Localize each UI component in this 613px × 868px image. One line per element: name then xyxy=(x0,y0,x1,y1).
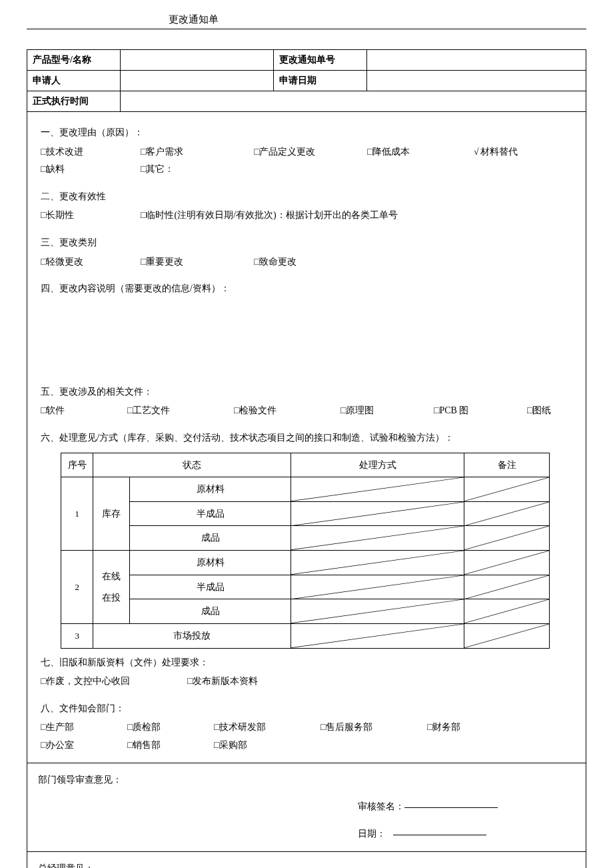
cb-product-def[interactable]: 产品定义更改 xyxy=(254,143,354,161)
cell-method-1b[interactable] xyxy=(291,501,464,526)
cb-fatal[interactable]: 致命更改 xyxy=(254,253,297,271)
section8-title: 八、文件知会部门： xyxy=(41,700,572,718)
cb-release-new[interactable]: 发布新版本资料 xyxy=(187,673,258,691)
field-product[interactable] xyxy=(121,50,274,71)
cell-remark-3[interactable] xyxy=(464,624,550,649)
cell-method-2c[interactable] xyxy=(291,599,464,624)
label-apply-date: 申请日期 xyxy=(274,71,367,91)
svg-line-3 xyxy=(464,502,549,526)
handling-table: 序号 状态 处理方式 备注 1 库存 原材料 半成品 xyxy=(61,453,550,649)
state-online-a: 在线 xyxy=(99,568,124,585)
cell-state-market: 市场投放 xyxy=(93,624,291,649)
svg-line-0 xyxy=(291,477,464,501)
svg-line-12 xyxy=(291,624,464,648)
section3-title: 三、更改类别 xyxy=(41,234,572,252)
cb-office-dept[interactable]: 办公室 xyxy=(41,737,114,755)
cb-customer-req[interactable]: 客户需求 xyxy=(141,143,241,161)
cell-remark-2a[interactable] xyxy=(464,551,550,575)
cell-fin-2: 成品 xyxy=(130,599,291,624)
cb-pcb[interactable]: PCB 图 xyxy=(434,402,514,420)
th-seq: 序号 xyxy=(61,453,93,477)
dept-sign-field[interactable] xyxy=(404,807,498,808)
cell-semi-1: 半成品 xyxy=(130,501,291,526)
svg-line-5 xyxy=(464,526,549,550)
dept-review-block: 部门领导审查意见： 审核签名： 日期： xyxy=(27,763,586,851)
cb-material-sub[interactable]: 材料替代 xyxy=(474,143,518,161)
dept-sign-label: 审核签名： xyxy=(358,801,404,811)
cell-method-2a[interactable] xyxy=(291,551,464,575)
svg-line-4 xyxy=(291,526,464,550)
cb-rd-dept[interactable]: 技术研发部 xyxy=(214,719,307,737)
field-apply-date[interactable] xyxy=(367,71,586,91)
th-state: 状态 xyxy=(93,453,291,477)
cell-state-online: 在线 在投 xyxy=(93,551,130,624)
gm-review-block: 总经理意见： 批准签名： 日期： xyxy=(27,852,586,868)
field-applicant[interactable] xyxy=(121,71,274,91)
cb-drawing[interactable]: 图纸 xyxy=(527,402,551,420)
cb-tech-improve[interactable]: 技术改进 xyxy=(41,143,127,161)
cb-purchase-dept[interactable]: 采购部 xyxy=(214,737,247,755)
cell-remark-1c[interactable] xyxy=(464,526,550,551)
cell-method-1c[interactable] xyxy=(291,526,464,551)
label-notice-no: 更改通知单号 xyxy=(274,50,367,71)
cell-method-2b[interactable] xyxy=(291,575,464,599)
section2-title: 二、更改有效性 xyxy=(41,188,572,206)
cb-major[interactable]: 重要更改 xyxy=(141,253,241,271)
cell-seq-3: 3 xyxy=(61,624,93,649)
svg-line-9 xyxy=(464,575,549,599)
cb-shortage[interactable]: 缺料 xyxy=(41,161,127,179)
cb-sales-dept[interactable]: 销售部 xyxy=(127,737,201,755)
label-exec-time: 正式执行时间 xyxy=(27,91,121,112)
cb-production-dept[interactable]: 生产部 xyxy=(41,719,114,737)
cb-scrap[interactable]: 作废，文控中心收回 xyxy=(41,673,174,691)
cb-other[interactable]: 其它： xyxy=(141,161,174,179)
svg-line-8 xyxy=(291,575,464,599)
page-header-title: 更改通知单 xyxy=(27,13,586,26)
cell-remark-2c[interactable] xyxy=(464,599,550,624)
state-online-b: 在投 xyxy=(99,589,124,607)
cell-raw-1: 原材料 xyxy=(130,477,291,502)
section5-title: 五、更改涉及的相关文件： xyxy=(41,383,572,401)
cb-process-doc[interactable]: 工艺文件 xyxy=(127,402,221,420)
cell-fin-1: 成品 xyxy=(130,526,291,551)
cell-method-3[interactable] xyxy=(291,624,464,649)
cb-minor[interactable]: 轻微更改 xyxy=(41,253,127,271)
cell-seq-1: 1 xyxy=(61,477,93,551)
cell-remark-1b[interactable] xyxy=(464,501,550,526)
cb-cost-reduce[interactable]: 降低成本 xyxy=(367,143,460,161)
cb-schematic[interactable]: 原理图 xyxy=(340,402,420,420)
gm-review-title: 总经理意见： xyxy=(38,859,575,868)
cb-longterm[interactable]: 长期性 xyxy=(41,207,127,225)
svg-line-1 xyxy=(464,477,549,501)
cell-remark-1a[interactable] xyxy=(464,477,550,502)
svg-line-2 xyxy=(291,502,464,526)
cell-raw-2: 原材料 xyxy=(130,551,291,575)
cb-software[interactable]: 软件 xyxy=(41,402,114,420)
cell-semi-2: 半成品 xyxy=(130,575,291,599)
svg-line-7 xyxy=(464,551,549,575)
svg-line-10 xyxy=(291,599,464,623)
dept-date-field[interactable] xyxy=(393,835,486,835)
label-applicant: 申请人 xyxy=(27,71,121,91)
cell-seq-2: 2 xyxy=(61,551,93,624)
dept-date-label: 日期： xyxy=(358,829,386,839)
label-product: 产品型号/名称 xyxy=(27,50,121,71)
cb-aftersale-dept[interactable]: 售后服务部 xyxy=(320,719,414,737)
cb-temporary[interactable]: 临时性(注明有效日期/有效批次)：根据计划开出的各类工单号 xyxy=(141,207,398,225)
dept-review-title: 部门领导审查意见： xyxy=(38,770,575,791)
cell-remark-2b[interactable] xyxy=(464,575,550,599)
section4-title: 四、更改内容说明（需要更改的信息/资料）： xyxy=(41,280,572,298)
header-rule xyxy=(27,29,586,29)
field-exec-time[interactable] xyxy=(121,91,586,112)
th-remark: 备注 xyxy=(464,453,550,477)
cb-qc-dept[interactable]: 质检部 xyxy=(127,719,201,737)
section1-title: 一、更改理由（原因）： xyxy=(41,124,572,142)
cb-finance-dept[interactable]: 财务部 xyxy=(427,719,460,737)
th-method: 处理方式 xyxy=(291,453,464,477)
section7-title: 七、旧版和新版资料（文件）处理要求： xyxy=(41,654,572,672)
cb-inspect-doc[interactable]: 检验文件 xyxy=(234,402,327,420)
section4-content-space[interactable] xyxy=(41,299,572,379)
cell-method-1a[interactable] xyxy=(291,477,464,502)
svg-line-11 xyxy=(464,599,549,623)
field-notice-no[interactable] xyxy=(367,50,586,71)
